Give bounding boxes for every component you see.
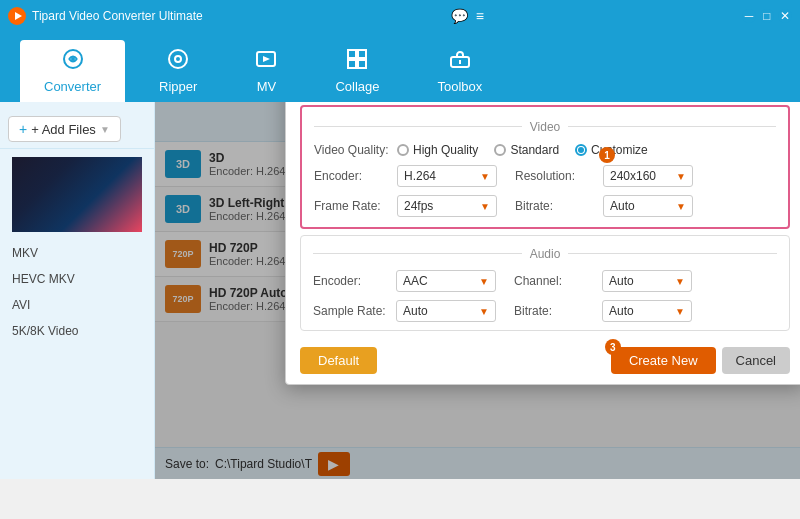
nav-bar: Converter Ripper MV Collag [0, 32, 800, 102]
nav-converter[interactable]: Converter [20, 40, 125, 102]
add-files-label: + Add Files [31, 122, 96, 137]
quality-radio-group: High Quality Standard Customize [397, 143, 776, 157]
default-button[interactable]: Default [300, 347, 377, 374]
video-bitrate-label: Bitrate: [515, 199, 595, 213]
sample-rate-arrow: ▼ [479, 306, 489, 317]
nav-collage[interactable]: Collage [311, 40, 403, 102]
window-controls: ─ □ ✕ [742, 9, 792, 23]
video-bitrate-select[interactable]: Auto ▼ [603, 195, 693, 217]
radio-customize-circle [575, 144, 587, 156]
right-panel: MP4 MP4 ▼ 3D 3D Encoder: H.264 Resolutio… [155, 102, 800, 479]
title-bar: Tipard Video Converter Ultimate 💬 ≡ ─ □ … [0, 0, 800, 32]
svg-rect-10 [358, 60, 366, 68]
encoder-arrow: ▼ [480, 171, 490, 182]
channel-value: Auto [609, 274, 634, 288]
mv-label: MV [257, 79, 277, 94]
radio-standard[interactable]: Standard [494, 143, 559, 157]
close-button[interactable]: ✕ [778, 9, 792, 23]
nav-mv[interactable]: MV [231, 40, 301, 102]
menu-icon[interactable]: ≡ [476, 8, 484, 24]
ripper-label: Ripper [159, 79, 197, 94]
format-hevc-mkv[interactable]: HEVC MKV [0, 266, 154, 292]
frame-rate-arrow: ▼ [480, 201, 490, 212]
frame-rate-value: 24fps [404, 199, 433, 213]
converter-icon [62, 48, 84, 75]
svg-point-4 [169, 50, 187, 68]
maximize-button[interactable]: □ [760, 9, 774, 23]
audio-section-label: Audio [522, 247, 569, 261]
svg-rect-8 [358, 50, 366, 58]
encoder-resolution-row: Encoder: H.264 ▼ Resolution: 240x160 ▼ [314, 165, 776, 187]
app-title: Tipard Video Converter Ultimate [32, 9, 203, 23]
video-bitrate-arrow: ▼ [676, 201, 686, 212]
audio-divider: Audio [313, 244, 777, 262]
left-panel: + + Add Files ▼ MKV HEVC MKV AVI 5K/8K V… [0, 102, 155, 479]
dropdown-arrow: ▼ [100, 124, 110, 135]
audio-section: Audio Encoder: AAC ▼ Channel: Auto ▼ [300, 235, 790, 331]
audio-encoder-select[interactable]: AAC ▼ [396, 270, 496, 292]
add-icon: + [19, 121, 27, 137]
channel-arrow: ▼ [675, 276, 685, 287]
toolbox-label: Toolbox [437, 79, 482, 94]
video-quality-label: Video Quality: [314, 143, 389, 157]
modal-overlay: Edit Profile MP4 ✕ Profile: Same as sour… [155, 102, 800, 479]
audio-bitrate-value: Auto [609, 304, 634, 318]
format-avi[interactable]: AVI [0, 292, 154, 318]
create-new-wrapper: 3 Create New [611, 347, 716, 374]
nav-toolbox[interactable]: Toolbox [413, 40, 506, 102]
main-content: + + Add Files ▼ MKV HEVC MKV AVI 5K/8K V… [0, 102, 800, 479]
app-logo [8, 7, 26, 25]
audio-bitrate-select[interactable]: Auto ▼ [602, 300, 692, 322]
audio-encoder-value: AAC [403, 274, 428, 288]
minimize-button[interactable]: ─ [742, 9, 756, 23]
audio-bitrate-arrow: ▼ [675, 306, 685, 317]
framerate-bitrate-row: Frame Rate: 24fps ▼ Bitrate: Auto ▼ [314, 195, 776, 217]
audio-encoder-label: Encoder: [313, 274, 388, 288]
sample-rate-value: Auto [403, 304, 428, 318]
collage-label: Collage [335, 79, 379, 94]
encoder-select[interactable]: H.264 ▼ [397, 165, 497, 187]
collage-icon [346, 48, 368, 75]
resolution-label: Resolution: [515, 169, 595, 183]
create-new-button[interactable]: Create New [611, 347, 716, 374]
radio-high-quality[interactable]: High Quality [397, 143, 478, 157]
video-thumbnail [12, 157, 142, 232]
badge-1: 1 [599, 147, 615, 163]
frame-rate-select[interactable]: 24fps ▼ [397, 195, 497, 217]
nav-ripper[interactable]: Ripper [135, 40, 221, 102]
radio-customize-dot [578, 147, 584, 153]
title-bar-icons: 💬 ≡ [451, 8, 484, 24]
mv-icon [255, 48, 277, 75]
audio-encoder-arrow: ▼ [479, 276, 489, 287]
format-mkv[interactable]: MKV [0, 240, 154, 266]
resolution-arrow: ▼ [676, 171, 686, 182]
profile-line: Profile: Same as source ✏ 2 [286, 102, 800, 103]
frame-rate-label: Frame Rate: [314, 199, 389, 213]
video-bitrate-value: Auto [610, 199, 635, 213]
ripper-icon [167, 48, 189, 75]
toolbox-icon [449, 48, 471, 75]
format-5k8k[interactable]: 5K/8K Video [0, 318, 154, 344]
cancel-button[interactable]: Cancel [722, 347, 790, 374]
sample-rate-select[interactable]: Auto ▼ [396, 300, 496, 322]
video-section: Video Video Quality: High Quality [300, 105, 790, 229]
radio-standard-circle [494, 144, 506, 156]
encoder-value: H.264 [404, 169, 436, 183]
resolution-select[interactable]: 240x160 ▼ [603, 165, 693, 187]
video-quality-row: Video Quality: High Quality Standard [314, 143, 776, 157]
svg-point-3 [71, 57, 75, 61]
radio-high-quality-circle [397, 144, 409, 156]
video-section-label: Video [522, 120, 568, 134]
modal-footer: Default 3 Create New Cancel [286, 337, 800, 384]
chat-icon[interactable]: 💬 [451, 8, 468, 24]
add-files-button[interactable]: + + Add Files ▼ [8, 116, 121, 142]
audio-bitrate-label: Bitrate: [514, 304, 594, 318]
title-bar-left: Tipard Video Converter Ultimate [8, 7, 203, 25]
audio-encoder-channel-row: Encoder: AAC ▼ Channel: Auto ▼ [313, 270, 777, 292]
converter-label: Converter [44, 79, 101, 94]
resolution-value: 240x160 [610, 169, 656, 183]
video-divider: Video [314, 117, 776, 135]
channel-select[interactable]: Auto ▼ [602, 270, 692, 292]
samplerate-bitrate-row: Sample Rate: Auto ▼ Bitrate: Auto ▼ [313, 300, 777, 322]
sample-rate-label: Sample Rate: [313, 304, 388, 318]
